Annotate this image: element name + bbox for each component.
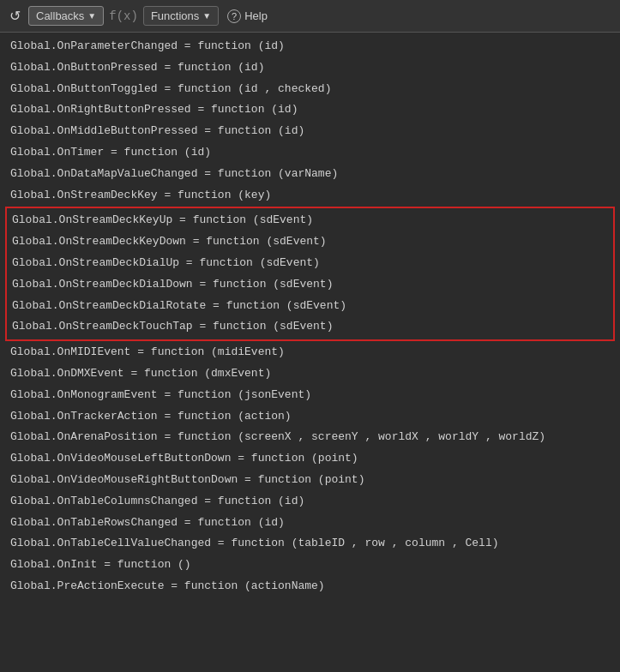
list-item[interactable]: Global.OnParameterChanged = function (id… xyxy=(0,36,620,57)
list-item[interactable]: Global.OnVideoMouseLeftButtonDown = func… xyxy=(0,448,620,470)
list-item[interactable]: Global.OnStreamDeckDialRotate = function… xyxy=(12,296,608,317)
list-item[interactable]: Global.OnMonogramEvent = function (jsonE… xyxy=(0,385,620,406)
list-item[interactable]: Global.PreActionExecute = function (acti… xyxy=(0,576,620,597)
list-item[interactable]: Global.OnInit = function () xyxy=(0,555,620,576)
list-item[interactable]: Global.OnDMXEvent = function (dmxEvent) xyxy=(0,363,620,385)
list-item[interactable]: Global.OnStreamDeckDialUp = function (sd… xyxy=(12,253,608,274)
list-item[interactable]: Global.OnButtonToggled = function (id , … xyxy=(0,79,620,100)
list-item[interactable]: Global.OnArenaPosition = function (scree… xyxy=(0,427,620,448)
list-item[interactable]: Global.OnStreamDeckTouchTap = function (… xyxy=(12,316,608,338)
refresh-button[interactable]: ↺ xyxy=(5,6,25,26)
list-item[interactable]: Global.OnDataMapValueChanged = function … xyxy=(0,164,620,185)
help-button[interactable]: ? Help xyxy=(222,7,273,26)
list-item[interactable]: Global.OnVideoMouseRightButtonDown = fun… xyxy=(0,470,620,491)
functions-dropdown-arrow: ▼ xyxy=(202,11,211,21)
list-item[interactable]: Global.OnTableRowsChanged = function (id… xyxy=(0,513,620,534)
callbacks-label: Callbacks xyxy=(36,9,84,22)
callbacks-list[interactable]: Global.OnParameterChanged = function (id… xyxy=(0,33,620,672)
list-item[interactable]: Global.OnStreamDeckDialDown = function (… xyxy=(12,274,608,296)
help-icon: ? xyxy=(227,9,241,23)
function-icon: f(x) xyxy=(107,9,140,23)
functions-button[interactable]: Functions ▼ xyxy=(143,6,219,26)
list-item[interactable]: Global.OnStreamDeckKey = function (key) xyxy=(0,185,620,207)
list-item[interactable]: Global.OnTrackerAction = function (actio… xyxy=(0,406,620,428)
list-item[interactable]: Global.OnButtonPressed = function (id) xyxy=(0,57,620,79)
list-item[interactable]: Global.OnMiddleButtonPressed = function … xyxy=(0,121,620,142)
toolbar: ↺ Callbacks ▼ f(x) Functions ▼ ? Help xyxy=(0,0,620,33)
callbacks-dropdown-arrow: ▼ xyxy=(87,11,96,21)
list-item[interactable]: Global.OnMIDIEvent = function (midiEvent… xyxy=(0,342,620,363)
functions-label: Functions xyxy=(151,9,199,22)
content-area: Global.OnParameterChanged = function (id… xyxy=(0,33,620,672)
list-item[interactable]: Global.OnStreamDeckKeyUp = function (sdE… xyxy=(12,210,608,231)
list-item[interactable]: Global.OnTableCellValueChanged = functio… xyxy=(0,533,620,555)
list-item[interactable]: Global.OnStreamDeckKeyDown = function (s… xyxy=(12,231,608,253)
highlighted-group: Global.OnStreamDeckKeyUp = function (sdE… xyxy=(5,207,615,341)
list-item[interactable]: Global.OnRightButtonPressed = function (… xyxy=(0,99,620,121)
list-item[interactable]: Global.OnTimer = function (id) xyxy=(0,142,620,164)
list-item[interactable]: Global.OnTableColumnsChanged = function … xyxy=(0,491,620,513)
help-label: Help xyxy=(244,9,268,22)
callbacks-button[interactable]: Callbacks ▼ xyxy=(28,6,104,26)
